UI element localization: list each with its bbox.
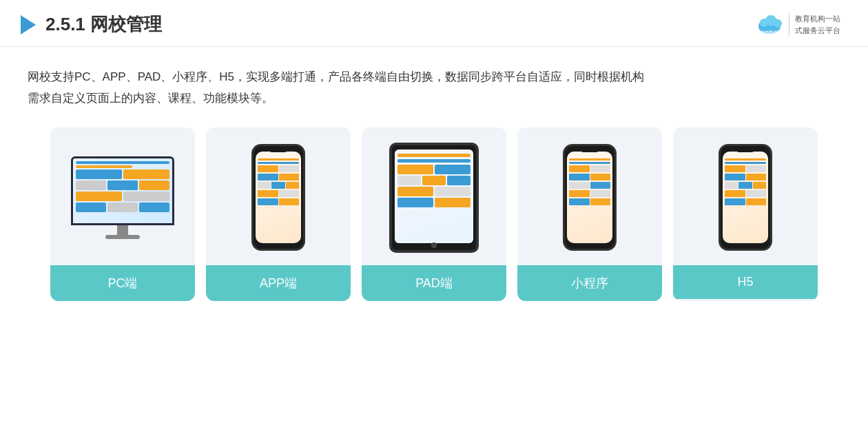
phone-notch-h5 [737, 149, 754, 152]
cloud-icon: yunduoketang [754, 13, 785, 37]
logo-triangle-icon [21, 15, 36, 34]
description-block: 网校支持PC、APP、PAD、小程序、H5，实现多端打通，产品各终端自由切换，数… [0, 47, 868, 121]
card-h5: H5 [673, 127, 818, 301]
svg-point-5 [774, 19, 782, 28]
card-app-image [206, 127, 351, 265]
cards-section: PC端 [0, 121, 868, 315]
phone-app-icon [251, 144, 305, 251]
card-miniprogram: 小程序 [517, 127, 662, 301]
card-pad-label: PAD端 [362, 265, 506, 301]
description-line2: 需求自定义页面上的内容、课程、功能模块等。 [28, 87, 840, 109]
title-prefix: 2.5.1 [45, 14, 90, 34]
card-app-label: APP端 [206, 265, 351, 301]
tablet-pad-icon [389, 143, 479, 253]
header-left: 2.5.1 网校管理 [21, 12, 162, 37]
phone-miniprogram-icon [563, 144, 617, 251]
tablet-home-btn [431, 242, 437, 248]
card-pc-image [50, 127, 195, 265]
card-h5-image [673, 127, 818, 265]
description-line1: 网校支持PC、APP、PAD、小程序、H5，实现多端打通，产品各终端自由切换，数… [28, 66, 840, 87]
page-title: 2.5.1 网校管理 [45, 12, 162, 37]
brand-tagline2: 式服务云平台 [795, 25, 840, 37]
card-pc: PC端 [50, 127, 195, 301]
phone-notch-mini [581, 149, 598, 152]
card-pad-image [362, 127, 506, 265]
card-app: APP端 [206, 127, 351, 301]
card-h5-label: H5 [673, 265, 818, 299]
brand-tagline1: 教育机构一站 [795, 13, 840, 25]
card-miniprogram-label: 小程序 [517, 265, 662, 301]
title-bold: 网校管理 [90, 14, 162, 34]
svg-text:yunduoketang: yunduoketang [760, 30, 785, 35]
header: 2.5.1 网校管理 yunduoketang 教育机构一站 式服务云平台 [0, 0, 868, 47]
phone-notch [270, 149, 287, 152]
card-miniprogram-image [517, 127, 662, 265]
card-pc-label: PC端 [50, 265, 195, 301]
pc-monitor-icon [71, 156, 174, 239]
card-pad: PAD端 [362, 127, 506, 301]
header-right: yunduoketang 教育机构一站 式服务云平台 [754, 13, 840, 37]
page-container: 2.5.1 网校管理 yunduoketang 教育机构一站 式服务云平台 [0, 0, 868, 434]
brand-text: 教育机构一站 式服务云平台 [789, 13, 840, 36]
phone-h5-icon [719, 144, 772, 251]
brand-logo: yunduoketang 教育机构一站 式服务云平台 [754, 13, 840, 37]
